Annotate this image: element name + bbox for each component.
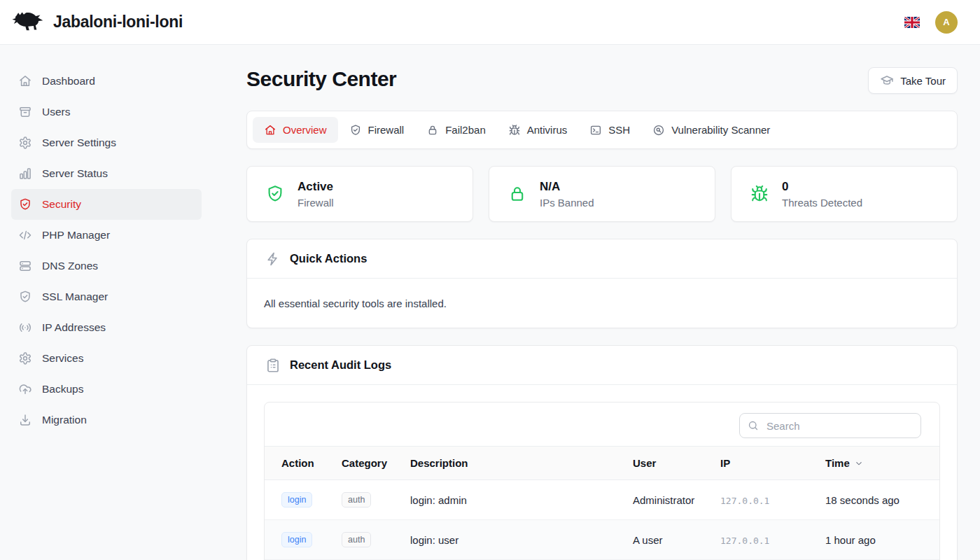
- scan-search-icon: [652, 124, 665, 136]
- tab-label: Fail2ban: [445, 124, 486, 136]
- home-icon: [264, 124, 276, 136]
- column-category: Category: [342, 447, 410, 480]
- sidebar-item-ssl-manager[interactable]: SSL Manager: [11, 281, 202, 312]
- sidebar-item-server-settings[interactable]: Server Settings: [11, 127, 202, 158]
- cell-user: A user: [633, 520, 720, 560]
- category-badge: auth: [342, 532, 371, 548]
- sidebar-item-services[interactable]: Services: [11, 343, 202, 374]
- tab-overview[interactable]: Overview: [253, 117, 338, 143]
- sidebar-item-label: Services: [42, 352, 83, 365]
- table-row: login auth login: admin Administrator 12…: [265, 480, 939, 520]
- cell-ip: 127.0.0.1: [720, 480, 825, 520]
- sidebar-item-users[interactable]: Users: [11, 97, 202, 127]
- cell-ip: 127.0.0.1: [720, 520, 825, 560]
- tab-label: SSH: [608, 124, 630, 136]
- clipboard-icon: [265, 358, 281, 373]
- column-description: Description: [410, 447, 633, 480]
- search-input[interactable]: [739, 413, 921, 438]
- take-tour-button[interactable]: Take Tour: [868, 67, 958, 94]
- sidebar-item-dashboard[interactable]: Dashboard: [11, 66, 202, 97]
- sidebar-item-migration[interactable]: Migration: [11, 405, 202, 435]
- download-icon: [18, 413, 32, 427]
- page-title: Security Center: [246, 67, 396, 91]
- top-bar: Jabaloni-loni-loni A: [0, 0, 980, 45]
- sidebar-item-label: Security: [42, 198, 81, 211]
- table-row: login auth login: user A user 127.0.0.1 …: [265, 520, 939, 560]
- terminal-icon: [589, 124, 602, 136]
- audit-logs-table: Action Category Description User IP Time: [265, 446, 939, 560]
- gear-icon: [18, 351, 32, 365]
- category-badge: auth: [342, 492, 371, 508]
- sidebar-item-label: Backups: [42, 383, 83, 396]
- column-time: Time: [825, 447, 939, 480]
- column-action: Action: [265, 447, 342, 480]
- take-tour-label: Take Tour: [900, 75, 946, 87]
- tab-label: Antivirus: [527, 124, 568, 136]
- sidebar-item-dns-zones[interactable]: DNS Zones: [11, 251, 202, 281]
- avatar[interactable]: A: [935, 11, 958, 34]
- tab-fail2ban[interactable]: Fail2ban: [415, 117, 497, 143]
- gear-icon: [18, 136, 32, 150]
- sidebar-item-label: Users: [42, 106, 70, 118]
- language-flag-icon[interactable]: [904, 17, 920, 28]
- security-tabs: Overview Firewall Fail2ban Antivirus SSH…: [246, 111, 958, 149]
- archive-icon: [18, 105, 32, 119]
- tab-antivirus[interactable]: Antivirus: [497, 117, 579, 143]
- shield-check-icon: [265, 184, 285, 204]
- sidebar-item-php-manager[interactable]: PHP Manager: [11, 220, 202, 251]
- shield-check-icon: [18, 290, 32, 304]
- sidebar-item-label: SSL Manager: [42, 290, 108, 303]
- quick-actions-card: Quick Actions All essential security too…: [246, 239, 958, 328]
- tab-label: Overview: [283, 124, 327, 136]
- sidebar-item-label: Migration: [42, 414, 87, 426]
- stat-card-ips-banned: N/A IPs Banned: [489, 166, 715, 222]
- sidebar-item-label: IP Addresses: [42, 321, 106, 334]
- main-content: Security Center Take Tour Overview Firew…: [213, 45, 980, 560]
- lock-icon: [426, 124, 439, 136]
- stat-card-threats: 0 Threats Detected: [731, 166, 958, 222]
- sidebar-item-security[interactable]: Security: [11, 189, 202, 220]
- tab-label: Vulnerability Scanner: [671, 124, 770, 136]
- sidebar-item-label: Dashboard: [42, 75, 95, 88]
- stat-label: Firewall: [298, 197, 334, 209]
- bug-icon: [508, 124, 521, 136]
- quick-actions-message: All essential security tools are install…: [247, 279, 957, 328]
- sidebar-item-label: Server Settings: [42, 136, 116, 149]
- cell-time: 18 seconds ago: [825, 480, 939, 520]
- audit-logs-table-container: Action Category Description User IP Time: [264, 402, 940, 560]
- server-icon: [18, 259, 32, 273]
- shield-check-icon: [349, 124, 362, 136]
- sort-by-time[interactable]: Time: [825, 457, 864, 469]
- column-ip: IP: [720, 447, 825, 480]
- sidebar-item-label: Server Status: [42, 167, 108, 180]
- tab-ssh[interactable]: SSH: [578, 117, 641, 143]
- audit-logs-title: Recent Audit Logs: [290, 358, 391, 372]
- sidebar: Dashboard Users Server Settings Server S…: [0, 45, 213, 560]
- sidebar-item-label: PHP Manager: [42, 229, 110, 241]
- sidebar-item-label: DNS Zones: [42, 260, 98, 272]
- cell-description: login: user: [410, 520, 633, 560]
- chevron-down-icon: [854, 458, 864, 468]
- zap-icon: [265, 251, 281, 267]
- sidebar-item-backups[interactable]: Backups: [11, 374, 202, 405]
- stat-value: 0: [782, 180, 862, 194]
- graduation-cap-icon: [880, 74, 894, 88]
- audit-logs-card: Recent Audit Logs Action Category: [246, 345, 958, 560]
- action-badge: login: [281, 492, 312, 508]
- tab-vulnerability-scanner[interactable]: Vulnerability Scanner: [641, 117, 781, 143]
- table-header-row: Action Category Description User IP Time: [265, 447, 939, 480]
- boar-logo: [11, 8, 46, 37]
- stat-label: Threats Detected: [782, 197, 862, 209]
- lock-icon: [507, 184, 527, 204]
- quick-actions-title: Quick Actions: [290, 252, 367, 265]
- column-user: User: [633, 447, 720, 480]
- shield-check-icon: [18, 197, 32, 211]
- tab-firewall[interactable]: Firewall: [338, 117, 416, 143]
- sidebar-item-ip-addresses[interactable]: IP Addresses: [11, 312, 202, 343]
- broadcast-icon: [18, 321, 32, 335]
- app-title: Jabaloni-loni-loni: [53, 13, 183, 31]
- status-cards: Active Firewall N/A IPs Banned 0 Threats…: [246, 166, 958, 222]
- code-icon: [18, 228, 32, 242]
- stat-value: N/A: [540, 180, 594, 194]
- sidebar-item-server-status[interactable]: Server Status: [11, 158, 202, 189]
